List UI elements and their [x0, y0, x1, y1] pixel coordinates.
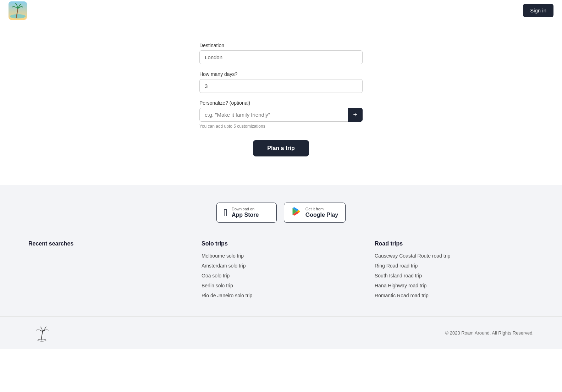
road-trips-col: Road trips Causeway Coastal Route road t…	[375, 241, 534, 302]
googleplay-icon	[291, 206, 301, 219]
destination-input[interactable]	[199, 50, 363, 64]
appstore-main: App Store	[232, 211, 259, 219]
googleplay-main: Google Play	[305, 211, 338, 219]
copyright-text: © 2023 Roam Around. All Rights Reserved.	[445, 330, 534, 336]
svg-point-2	[38, 339, 46, 341]
solo-trip-link[interactable]: Goa solo trip	[202, 273, 230, 278]
personalize-label: Personalize? (optional)	[199, 100, 363, 106]
add-personalize-button[interactable]: +	[348, 108, 363, 122]
form-container: Destination How many days? Personalize? …	[199, 43, 363, 156]
list-item[interactable]: Rio de Janeiro solo trip	[202, 292, 360, 299]
recent-searches-title: Recent searches	[28, 241, 187, 247]
apple-icon: 	[224, 207, 227, 219]
solo-trips-col: Solo trips Melbourne solo tripAmsterdam …	[202, 241, 360, 302]
road-trip-link[interactable]: Romantic Road road trip	[375, 293, 429, 298]
list-item[interactable]: Romantic Road road trip	[375, 292, 534, 299]
road-trips-list: Causeway Coastal Route road tripRing Roa…	[375, 253, 534, 299]
road-trips-title: Road trips	[375, 241, 534, 247]
appstore-sub: Download on	[232, 207, 259, 211]
footer-logo-icon: Roam around	[28, 324, 57, 342]
personalize-input[interactable]	[199, 108, 348, 122]
list-item[interactable]: Ring Road road trip	[375, 263, 534, 269]
solo-trips-title: Solo trips	[202, 241, 360, 247]
road-trip-link[interactable]: Hana Highway road trip	[375, 283, 426, 288]
road-trip-link[interactable]: Ring Road road trip	[375, 263, 418, 269]
app-buttons-row:  Download on App Store Get it from Goog…	[28, 203, 534, 223]
list-item[interactable]: Berlin solo trip	[202, 282, 360, 289]
sign-in-button[interactable]: Sign in	[523, 4, 553, 17]
recent-searches-col: Recent searches	[28, 241, 187, 302]
solo-trip-link[interactable]: Rio de Janeiro solo trip	[202, 293, 252, 298]
footer-bottom: Roam around © 2023 Roam Around. All Righ…	[0, 316, 562, 349]
header: Sign in	[0, 0, 562, 21]
solo-trip-link[interactable]: Melbourne solo trip	[202, 253, 244, 259]
footer-section:  Download on App Store Get it from Goog…	[0, 185, 562, 316]
personalize-row: +	[199, 108, 363, 122]
plan-trip-button[interactable]: Plan a trip	[253, 140, 309, 156]
appstore-button[interactable]:  Download on App Store	[216, 203, 277, 223]
googleplay-sub: Get it from	[305, 207, 338, 211]
links-row: Recent searches Solo trips Melbourne sol…	[28, 241, 534, 316]
googleplay-button[interactable]: Get it from Google Play	[284, 203, 346, 223]
days-input[interactable]	[199, 79, 363, 93]
list-item[interactable]: Melbourne solo trip	[202, 253, 360, 259]
road-trip-link[interactable]: Causeway Coastal Route road trip	[375, 253, 450, 259]
list-item[interactable]: Amsterdam solo trip	[202, 263, 360, 269]
list-item[interactable]: Hana Highway road trip	[375, 282, 534, 289]
destination-label: Destination	[199, 43, 363, 48]
list-item[interactable]: Goa solo trip	[202, 272, 360, 279]
main-section: Destination How many days? Personalize? …	[0, 21, 562, 185]
list-item[interactable]: Causeway Coastal Route road trip	[375, 253, 534, 259]
appstore-text: Download on App Store	[232, 207, 259, 219]
svg-point-1	[10, 14, 26, 18]
road-trip-link[interactable]: South Island road trip	[375, 273, 422, 278]
googleplay-text: Get it from Google Play	[305, 207, 338, 219]
logo-area	[9, 1, 27, 20]
days-label: How many days?	[199, 71, 363, 77]
logo-icon	[9, 1, 27, 20]
solo-trip-link[interactable]: Berlin solo trip	[202, 283, 233, 288]
solo-trips-list: Melbourne solo tripAmsterdam solo tripGo…	[202, 253, 360, 299]
solo-trip-link[interactable]: Amsterdam solo trip	[202, 263, 246, 269]
personalize-hint: You can add upto 5 customizations	[199, 124, 363, 129]
list-item[interactable]: South Island road trip	[375, 272, 534, 279]
